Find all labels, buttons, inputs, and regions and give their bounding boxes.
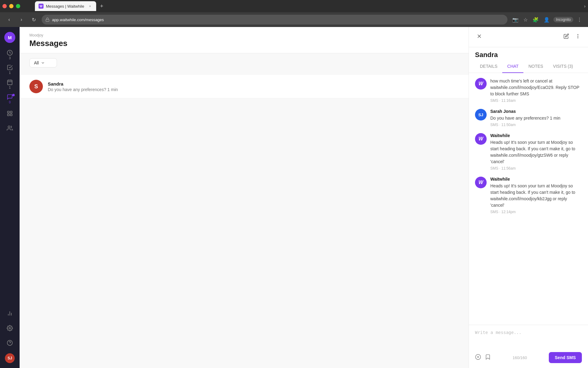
tab-details[interactable]: DETAILS <box>475 60 502 73</box>
svg-rect-6 <box>8 111 9 113</box>
char-count: 160/160 <box>513 355 527 360</box>
sidebar-item-calendar[interactable]: 1 <box>3 77 17 91</box>
svg-point-21 <box>578 38 578 38</box>
org-avatar[interactable]: M <box>4 32 15 43</box>
dashboard-badge: 3 <box>9 56 11 60</box>
more-options-panel-icon[interactable] <box>574 32 582 42</box>
calendar-icon <box>7 79 13 85</box>
send-sms-button[interactable]: Send SMS <box>549 352 582 363</box>
chat-sender-name: Sarah Jonas <box>490 109 582 114</box>
add-icon[interactable] <box>475 354 481 362</box>
bookmark-icon[interactable]: ☆ <box>522 16 529 24</box>
lock-icon <box>45 17 50 22</box>
filter-dropdown[interactable]: All <box>29 58 57 67</box>
tab-bar: W Messages | Waitwhile × + › <box>0 0 588 12</box>
browser-controls: ‹ › ↻ app.waitwhile.com/messages 📷 ☆ 🧩 👤… <box>0 12 588 27</box>
chat-timestamp: SMS · 11:50am <box>490 123 582 127</box>
chat-text: Heads up! It's soon your turn at Moodjoy… <box>490 183 582 209</box>
chat-sender-name: Waitwhile <box>490 133 582 138</box>
close-window-button[interactable] <box>2 4 7 8</box>
panel-action-icons <box>562 32 582 42</box>
tab-close-button[interactable]: × <box>88 4 92 9</box>
incognito-badge: Incognito <box>553 17 573 22</box>
chat-body: Waitwhile Heads up! It's soon your turn … <box>490 177 582 214</box>
chat-message: W how much time's left or cancel at wait… <box>475 78 582 103</box>
chevron-down-icon <box>41 61 45 65</box>
checklist-badge: 1 <box>9 71 11 75</box>
tab-visits[interactable]: VISITS (3) <box>548 60 578 73</box>
chat-body: how much time's left or cancel at waitwh… <box>490 78 582 103</box>
chat-body: Waitwhile Heads up! It's soon your turn … <box>490 133 582 171</box>
panel-tabs: DETAILS CHAT NOTES VISITS (3) <box>469 60 588 73</box>
profile-icon[interactable]: 👤 <box>542 16 551 24</box>
user-avatar[interactable]: SJ <box>5 353 15 363</box>
dashboard-icon <box>7 50 13 56</box>
sidebar: M 3 1 1 0 <box>0 27 20 368</box>
message-input[interactable] <box>475 330 582 348</box>
settings-icon <box>7 325 13 331</box>
chat-timestamp: SMS · 11:56am <box>490 166 582 171</box>
app: M 3 1 1 0 <box>0 27 588 368</box>
tab-chat[interactable]: CHAT <box>502 60 523 73</box>
breadcrumb: Moodjoy <box>29 33 459 37</box>
sender-avatar: W <box>475 133 487 145</box>
sidebar-item-messages[interactable]: 0 <box>3 92 17 105</box>
svg-rect-0 <box>46 19 49 21</box>
svg-point-10 <box>8 126 10 128</box>
camera-off-icon[interactable]: 📷 <box>511 16 520 24</box>
list-item[interactable]: S Sandra Do you have any preferences? 1 … <box>20 75 469 98</box>
back-button[interactable]: ‹ <box>5 15 13 24</box>
sidebar-item-groups[interactable] <box>3 107 17 120</box>
bookmark-input-icon[interactable] <box>485 354 491 362</box>
panel-close-button[interactable] <box>475 32 484 42</box>
sidebar-item-people[interactable] <box>3 121 17 135</box>
chat-text: how much time's left or cancel at waitwh… <box>490 78 582 97</box>
browser-icons: 📷 ☆ 🧩 👤 Incognito ⋮ <box>511 16 583 24</box>
svg-point-20 <box>578 36 578 36</box>
input-toolbar: 160/160 Send SMS <box>475 352 582 363</box>
chat-message: W Waitwhile Heads up! It's soon your tur… <box>475 133 582 171</box>
tab-notes[interactable]: NOTES <box>523 60 548 73</box>
chat-timestamp: SMS · 12:14pm <box>490 210 582 214</box>
svg-rect-2 <box>8 80 12 85</box>
more-options-icon[interactable]: ⋮ <box>576 16 583 24</box>
message-input-area: 160/160 Send SMS <box>469 325 588 368</box>
chat-message: W Waitwhile Heads up! It's soon your tur… <box>475 177 582 214</box>
svg-point-19 <box>578 34 578 35</box>
extensions-icon[interactable]: 🧩 <box>531 16 540 24</box>
address-bar[interactable]: app.waitwhile.com/messages <box>42 15 507 25</box>
right-panel: Sandra DETAILS CHAT NOTES VISITS (3) W h… <box>469 27 588 368</box>
reload-button[interactable]: ↻ <box>29 15 38 24</box>
edit-icon[interactable] <box>562 32 570 42</box>
sender-avatar: SJ <box>475 109 487 121</box>
chat-messages: W how much time's left or cancel at wait… <box>469 73 588 325</box>
filter-value: All <box>34 60 39 65</box>
sender-avatar: W <box>475 78 487 90</box>
forward-button[interactable]: › <box>17 15 26 24</box>
chat-timestamp: SMS · 11:16am <box>490 98 582 103</box>
sidebar-item-dashboard[interactable]: 3 <box>3 48 17 61</box>
maximize-window-button[interactable] <box>16 4 20 8</box>
sidebar-item-help[interactable] <box>3 336 17 350</box>
checklist-icon <box>7 64 13 71</box>
svg-rect-7 <box>10 111 12 113</box>
contact-name: Sandra <box>48 81 459 86</box>
sidebar-item-settings[interactable] <box>3 321 17 335</box>
message-list: S Sandra Do you have any preferences? 1 … <box>20 72 469 368</box>
groups-icon <box>7 110 13 117</box>
minimize-window-button[interactable] <box>9 4 13 8</box>
address-text: app.waitwhile.com/messages <box>52 17 104 22</box>
messages-badge: 0 <box>9 101 11 104</box>
main-content: Moodjoy Messages All S Sandra Do you hav… <box>20 27 469 368</box>
active-tab[interactable]: W Messages | Waitwhile × <box>35 1 96 11</box>
tab-favicon: W <box>39 4 43 9</box>
close-icon <box>476 33 482 39</box>
chat-body: Sarah Jonas Do you have any preferences?… <box>490 109 582 127</box>
people-icon <box>7 125 13 131</box>
svg-rect-8 <box>8 114 9 116</box>
calendar-badge: 1 <box>9 86 11 89</box>
panel-contact-name: Sandra <box>469 47 588 59</box>
sidebar-item-checklist[interactable]: 1 <box>3 63 17 76</box>
sidebar-item-analytics[interactable] <box>3 307 17 320</box>
new-tab-button[interactable]: + <box>97 2 106 10</box>
